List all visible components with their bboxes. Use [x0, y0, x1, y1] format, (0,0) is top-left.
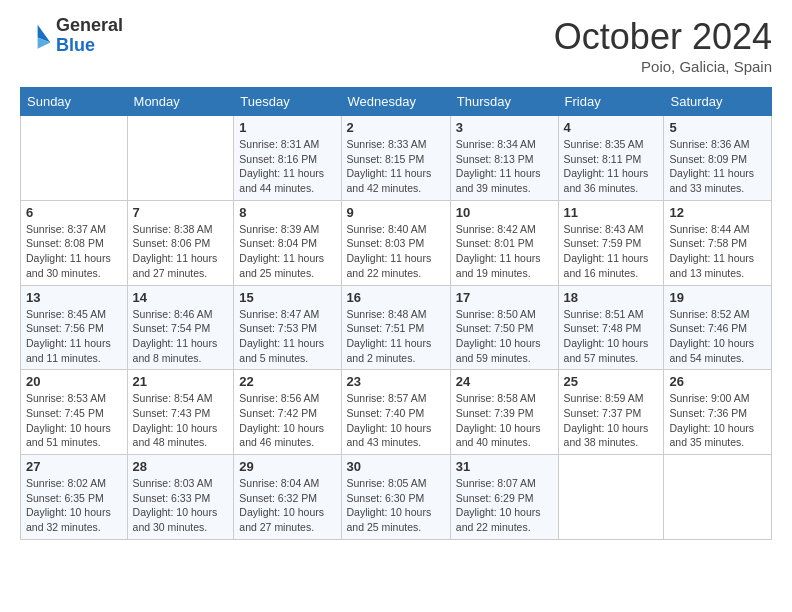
calendar-cell: 7Sunrise: 8:38 AM Sunset: 8:06 PM Daylig… — [127, 200, 234, 285]
day-detail: Sunrise: 8:46 AM Sunset: 7:54 PM Dayligh… — [133, 307, 229, 366]
day-number: 2 — [347, 120, 445, 135]
day-detail: Sunrise: 8:59 AM Sunset: 7:37 PM Dayligh… — [564, 391, 659, 450]
weekday-header: Thursday — [450, 88, 558, 116]
title-block: October 2024 Poio, Galicia, Spain — [554, 16, 772, 75]
day-detail: Sunrise: 8:35 AM Sunset: 8:11 PM Dayligh… — [564, 137, 659, 196]
day-number: 27 — [26, 459, 122, 474]
day-number: 10 — [456, 205, 553, 220]
day-number: 25 — [564, 374, 659, 389]
day-number: 4 — [564, 120, 659, 135]
weekday-header: Friday — [558, 88, 664, 116]
day-detail: Sunrise: 8:31 AM Sunset: 8:16 PM Dayligh… — [239, 137, 335, 196]
calendar-cell: 6Sunrise: 8:37 AM Sunset: 8:08 PM Daylig… — [21, 200, 128, 285]
day-number: 1 — [239, 120, 335, 135]
day-number: 6 — [26, 205, 122, 220]
day-detail: Sunrise: 8:03 AM Sunset: 6:33 PM Dayligh… — [133, 476, 229, 535]
calendar-cell: 27Sunrise: 8:02 AM Sunset: 6:35 PM Dayli… — [21, 455, 128, 540]
calendar-cell: 19Sunrise: 8:52 AM Sunset: 7:46 PM Dayli… — [664, 285, 772, 370]
calendar-header: SundayMondayTuesdayWednesdayThursdayFrid… — [21, 88, 772, 116]
day-number: 3 — [456, 120, 553, 135]
calendar-cell — [21, 116, 128, 201]
logo-text: General Blue — [56, 16, 123, 56]
calendar-cell — [127, 116, 234, 201]
calendar-cell: 4Sunrise: 8:35 AM Sunset: 8:11 PM Daylig… — [558, 116, 664, 201]
day-detail: Sunrise: 8:44 AM Sunset: 7:58 PM Dayligh… — [669, 222, 766, 281]
day-detail: Sunrise: 8:45 AM Sunset: 7:56 PM Dayligh… — [26, 307, 122, 366]
logo: General Blue — [20, 16, 123, 56]
calendar-week-row: 27Sunrise: 8:02 AM Sunset: 6:35 PM Dayli… — [21, 455, 772, 540]
calendar-cell: 26Sunrise: 9:00 AM Sunset: 7:36 PM Dayli… — [664, 370, 772, 455]
day-number: 17 — [456, 290, 553, 305]
day-detail: Sunrise: 8:40 AM Sunset: 8:03 PM Dayligh… — [347, 222, 445, 281]
day-detail: Sunrise: 8:37 AM Sunset: 8:08 PM Dayligh… — [26, 222, 122, 281]
day-number: 23 — [347, 374, 445, 389]
day-detail: Sunrise: 8:39 AM Sunset: 8:04 PM Dayligh… — [239, 222, 335, 281]
weekday-row: SundayMondayTuesdayWednesdayThursdayFrid… — [21, 88, 772, 116]
calendar-week-row: 1Sunrise: 8:31 AM Sunset: 8:16 PM Daylig… — [21, 116, 772, 201]
calendar-cell: 13Sunrise: 8:45 AM Sunset: 7:56 PM Dayli… — [21, 285, 128, 370]
weekday-header: Saturday — [664, 88, 772, 116]
day-number: 5 — [669, 120, 766, 135]
day-number: 12 — [669, 205, 766, 220]
day-number: 14 — [133, 290, 229, 305]
calendar-cell: 25Sunrise: 8:59 AM Sunset: 7:37 PM Dayli… — [558, 370, 664, 455]
calendar-cell — [664, 455, 772, 540]
day-detail: Sunrise: 9:00 AM Sunset: 7:36 PM Dayligh… — [669, 391, 766, 450]
day-number: 20 — [26, 374, 122, 389]
calendar-cell: 10Sunrise: 8:42 AM Sunset: 8:01 PM Dayli… — [450, 200, 558, 285]
day-number: 28 — [133, 459, 229, 474]
location: Poio, Galicia, Spain — [554, 58, 772, 75]
day-number: 31 — [456, 459, 553, 474]
calendar-cell: 12Sunrise: 8:44 AM Sunset: 7:58 PM Dayli… — [664, 200, 772, 285]
day-number: 30 — [347, 459, 445, 474]
calendar-cell: 18Sunrise: 8:51 AM Sunset: 7:48 PM Dayli… — [558, 285, 664, 370]
day-number: 19 — [669, 290, 766, 305]
day-detail: Sunrise: 8:57 AM Sunset: 7:40 PM Dayligh… — [347, 391, 445, 450]
calendar-cell: 16Sunrise: 8:48 AM Sunset: 7:51 PM Dayli… — [341, 285, 450, 370]
calendar-cell: 21Sunrise: 8:54 AM Sunset: 7:43 PM Dayli… — [127, 370, 234, 455]
day-detail: Sunrise: 8:47 AM Sunset: 7:53 PM Dayligh… — [239, 307, 335, 366]
calendar-cell: 20Sunrise: 8:53 AM Sunset: 7:45 PM Dayli… — [21, 370, 128, 455]
page: General Blue October 2024 Poio, Galicia,… — [0, 0, 792, 560]
calendar-cell: 14Sunrise: 8:46 AM Sunset: 7:54 PM Dayli… — [127, 285, 234, 370]
calendar-cell: 9Sunrise: 8:40 AM Sunset: 8:03 PM Daylig… — [341, 200, 450, 285]
day-detail: Sunrise: 8:51 AM Sunset: 7:48 PM Dayligh… — [564, 307, 659, 366]
day-detail: Sunrise: 8:53 AM Sunset: 7:45 PM Dayligh… — [26, 391, 122, 450]
day-number: 15 — [239, 290, 335, 305]
day-detail: Sunrise: 8:04 AM Sunset: 6:32 PM Dayligh… — [239, 476, 335, 535]
calendar-cell — [558, 455, 664, 540]
weekday-header: Tuesday — [234, 88, 341, 116]
calendar-cell: 24Sunrise: 8:58 AM Sunset: 7:39 PM Dayli… — [450, 370, 558, 455]
day-number: 24 — [456, 374, 553, 389]
calendar-week-row: 13Sunrise: 8:45 AM Sunset: 7:56 PM Dayli… — [21, 285, 772, 370]
calendar-cell: 1Sunrise: 8:31 AM Sunset: 8:16 PM Daylig… — [234, 116, 341, 201]
calendar-week-row: 20Sunrise: 8:53 AM Sunset: 7:45 PM Dayli… — [21, 370, 772, 455]
calendar-cell: 17Sunrise: 8:50 AM Sunset: 7:50 PM Dayli… — [450, 285, 558, 370]
calendar-cell: 2Sunrise: 8:33 AM Sunset: 8:15 PM Daylig… — [341, 116, 450, 201]
calendar-cell: 28Sunrise: 8:03 AM Sunset: 6:33 PM Dayli… — [127, 455, 234, 540]
calendar-cell: 5Sunrise: 8:36 AM Sunset: 8:09 PM Daylig… — [664, 116, 772, 201]
calendar-cell: 31Sunrise: 8:07 AM Sunset: 6:29 PM Dayli… — [450, 455, 558, 540]
logo-general: General — [56, 15, 123, 35]
weekday-header: Sunday — [21, 88, 128, 116]
calendar-body: 1Sunrise: 8:31 AM Sunset: 8:16 PM Daylig… — [21, 116, 772, 540]
day-number: 11 — [564, 205, 659, 220]
day-number: 13 — [26, 290, 122, 305]
day-detail: Sunrise: 8:07 AM Sunset: 6:29 PM Dayligh… — [456, 476, 553, 535]
calendar-cell: 8Sunrise: 8:39 AM Sunset: 8:04 PM Daylig… — [234, 200, 341, 285]
day-detail: Sunrise: 8:43 AM Sunset: 7:59 PM Dayligh… — [564, 222, 659, 281]
logo-icon — [20, 20, 52, 52]
day-detail: Sunrise: 8:58 AM Sunset: 7:39 PM Dayligh… — [456, 391, 553, 450]
day-detail: Sunrise: 8:48 AM Sunset: 7:51 PM Dayligh… — [347, 307, 445, 366]
day-number: 21 — [133, 374, 229, 389]
day-detail: Sunrise: 8:34 AM Sunset: 8:13 PM Dayligh… — [456, 137, 553, 196]
weekday-header: Wednesday — [341, 88, 450, 116]
day-number: 18 — [564, 290, 659, 305]
day-detail: Sunrise: 8:38 AM Sunset: 8:06 PM Dayligh… — [133, 222, 229, 281]
day-number: 7 — [133, 205, 229, 220]
day-number: 9 — [347, 205, 445, 220]
calendar-table: SundayMondayTuesdayWednesdayThursdayFrid… — [20, 87, 772, 540]
day-detail: Sunrise: 8:54 AM Sunset: 7:43 PM Dayligh… — [133, 391, 229, 450]
day-detail: Sunrise: 8:33 AM Sunset: 8:15 PM Dayligh… — [347, 137, 445, 196]
day-detail: Sunrise: 8:56 AM Sunset: 7:42 PM Dayligh… — [239, 391, 335, 450]
